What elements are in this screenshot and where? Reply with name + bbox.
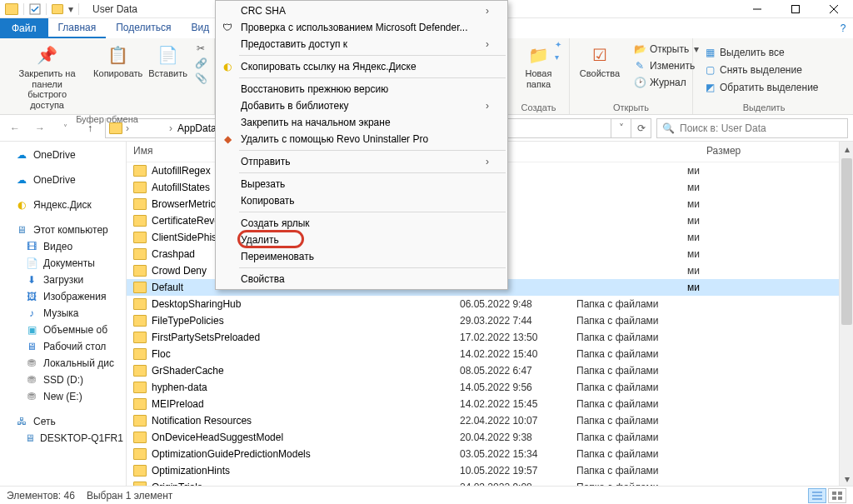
ctx-item[interactable]: Добавить в библиотеку› <box>216 97 507 114</box>
file-row[interactable]: DesktopSharingHub06.05.2022 9:48Папка с … <box>127 296 853 312</box>
minimize-button[interactable] <box>738 0 776 18</box>
svg-rect-8 <box>832 492 836 495</box>
sidebar-yadisk[interactable]: ◐Яндекс.Диск <box>0 197 126 213</box>
close-button[interactable] <box>815 0 853 18</box>
folder-icon <box>5 3 18 15</box>
help-button[interactable]: ? <box>833 18 853 38</box>
copy-path-icon[interactable]: 🔗 <box>194 57 207 70</box>
ctx-item[interactable]: Переименовать <box>216 248 507 265</box>
properties-button[interactable]: ☑ Свойства <box>576 42 623 81</box>
yadisk-icon: ◐ <box>15 198 28 212</box>
scrollbar[interactable]: ▴ ▾ <box>839 142 853 486</box>
select-none-button[interactable]: ▢Снять выделение <box>700 62 822 77</box>
svg-rect-10 <box>832 497 836 500</box>
sidebar-this-pc[interactable]: 🖥Этот компьютер <box>0 222 126 238</box>
ctx-item[interactable]: 🛡Проверка с использованием Microsoft Def… <box>216 19 507 36</box>
sidebar-downloads[interactable]: ⬇Загрузки <box>0 272 126 288</box>
file-row[interactable]: MEIPreload14.02.2022 15:45Папка с файлам… <box>127 396 853 412</box>
sidebar-music[interactable]: ♪Музыка <box>0 305 126 322</box>
ctx-item[interactable]: ◐Скопировать ссылку на Яндекс.Диске <box>216 58 507 75</box>
tab-share[interactable]: Поделиться <box>106 18 181 38</box>
paste-button[interactable]: 📄 Вставить <box>148 42 187 81</box>
tab-file[interactable]: Файл <box>0 18 48 38</box>
file-row[interactable]: hyphen-data14.05.2022 9:56Папка с файлам… <box>127 379 853 396</box>
scroll-up-icon[interactable]: ▴ <box>840 142 853 156</box>
ctx-item[interactable]: ◆Удалить с помощью Revo Uninstaller Pro <box>216 131 507 147</box>
file-row[interactable]: FileTypePolicies29.03.2022 7:44Папка с ф… <box>127 312 853 329</box>
file-row[interactable]: OnDeviceHeadSuggestModel20.04.2022 9:38П… <box>127 429 853 446</box>
col-size[interactable]: Размер <box>706 145 773 157</box>
file-row[interactable]: Notification Resources22.04.2022 10:07Па… <box>127 412 853 429</box>
address-dropdown[interactable]: ˅ <box>611 118 631 138</box>
invert-selection-button[interactable]: ◩Обратить выделение <box>700 80 822 95</box>
scroll-thumb[interactable] <box>841 158 852 325</box>
breadcrumb-appdata[interactable]: AppData <box>176 122 218 134</box>
downloads-icon: ⬇ <box>25 273 38 287</box>
sidebar-video[interactable]: 🎞Видео <box>0 238 126 255</box>
sidebar-network-pc[interactable]: 🖥DESKTOP-Q1FR1 <box>0 430 126 447</box>
view-icons-button[interactable] <box>828 488 846 503</box>
ctx-item[interactable]: Удалить <box>216 232 507 248</box>
file-row[interactable]: GrShaderCache08.05.2022 6:47Папка с файл… <box>127 362 853 379</box>
sidebar-onedrive2[interactable]: ☁OneDrive <box>0 172 126 188</box>
ctx-item[interactable]: Предоставить доступ к› <box>216 36 507 52</box>
edit-button[interactable]: ✎Изменить <box>630 58 702 73</box>
sidebar-newe[interactable]: ⛃New (E:) <box>0 388 126 405</box>
group-open-title: Открыть <box>576 101 686 112</box>
history-button[interactable]: 🕑Журнал <box>630 75 702 90</box>
folder-icon <box>133 182 147 193</box>
file-row[interactable]: Floc14.02.2022 15:40Папка с файлами <box>127 346 853 362</box>
edit-icon: ✎ <box>633 59 646 72</box>
documents-icon: 📄 <box>25 257 38 270</box>
checkbox-icon[interactable] <box>29 3 41 15</box>
ctx-item[interactable]: Закрепить на начальном экране <box>216 114 507 131</box>
folder-icon <box>133 482 147 486</box>
refresh-button[interactable]: ⟳ <box>631 118 651 138</box>
open-button[interactable]: 📂Открыть ▾ <box>630 42 702 57</box>
sidebar-documents[interactable]: 📄Документы <box>0 255 126 272</box>
status-count: Элементов: 46 <box>7 490 75 502</box>
ctx-item[interactable]: Свойства <box>216 271 507 287</box>
ctx-item[interactable]: Создать ярлык <box>216 215 507 232</box>
maximize-button[interactable] <box>776 0 815 18</box>
disk-icon: ⛃ <box>25 390 38 403</box>
easy-access-icon[interactable]: ▾ <box>555 52 561 62</box>
ctx-item[interactable]: Копировать <box>216 192 507 209</box>
copy-button[interactable]: 📋 Копировать <box>94 42 142 81</box>
new-item-icon[interactable]: ✦ <box>555 40 561 49</box>
ctx-item[interactable]: Отправить› <box>216 153 507 170</box>
col-type[interactable] <box>576 145 706 157</box>
tab-home[interactable]: Главная <box>48 18 107 38</box>
view-details-button[interactable] <box>808 488 826 503</box>
file-row[interactable]: FirstPartySetsPreloaded17.02.2022 13:50П… <box>127 329 853 346</box>
sidebar-network[interactable]: 🖧Сеть <box>0 413 126 430</box>
svg-rect-2 <box>792 5 800 12</box>
select-all-button[interactable]: ▦Выделить все <box>700 45 822 60</box>
file-row[interactable]: OriginTrials24.03.2022 9:08Папка с файла… <box>127 479 853 486</box>
sidebar-desktop[interactable]: 🖥Рабочий стол <box>0 338 126 355</box>
sidebar-onedrive[interactable]: ☁OneDrive <box>0 147 126 163</box>
search-input[interactable]: 🔍 Поиск в: User Data <box>656 118 848 138</box>
file-row[interactable]: OptimizationHints10.05.2022 19:57Папка с… <box>127 462 853 479</box>
sidebar-images[interactable]: 🖼Изображения <box>0 288 126 305</box>
tab-view[interactable]: Вид <box>181 18 219 38</box>
invert-selection-icon: ◩ <box>703 81 716 94</box>
sidebar-3d[interactable]: ▣Объемные об <box>0 322 126 338</box>
chevron-right-icon: › <box>486 100 489 112</box>
paste-icon: 📄 <box>157 43 180 67</box>
paste-shortcut-icon[interactable]: 📎 <box>194 72 207 85</box>
file-row[interactable]: OptimizationGuidePredictionModels03.05.2… <box>127 446 853 462</box>
new-folder-icon: 📁 <box>527 43 551 67</box>
ctx-item[interactable]: Восстановить прежнюю версию <box>216 81 507 97</box>
folder-icon <box>109 122 122 134</box>
cut-icon[interactable]: ✂ <box>194 42 207 55</box>
sidebar-localdisk[interactable]: ⛃Локальный дис <box>0 355 126 372</box>
folder-icon <box>133 332 147 343</box>
ctx-item[interactable]: CRC SHA› <box>216 2 507 19</box>
scroll-down-icon[interactable]: ▾ <box>840 472 853 486</box>
chevron-right-icon: › <box>486 5 489 17</box>
folder-icon <box>133 382 147 393</box>
pin-quickaccess-button[interactable]: 📌 Закрепить на панели быстрого доступа <box>7 42 87 112</box>
sidebar-ssd[interactable]: ⛃SSD (D:) <box>0 372 126 388</box>
ctx-item[interactable]: Вырезать <box>216 176 507 192</box>
